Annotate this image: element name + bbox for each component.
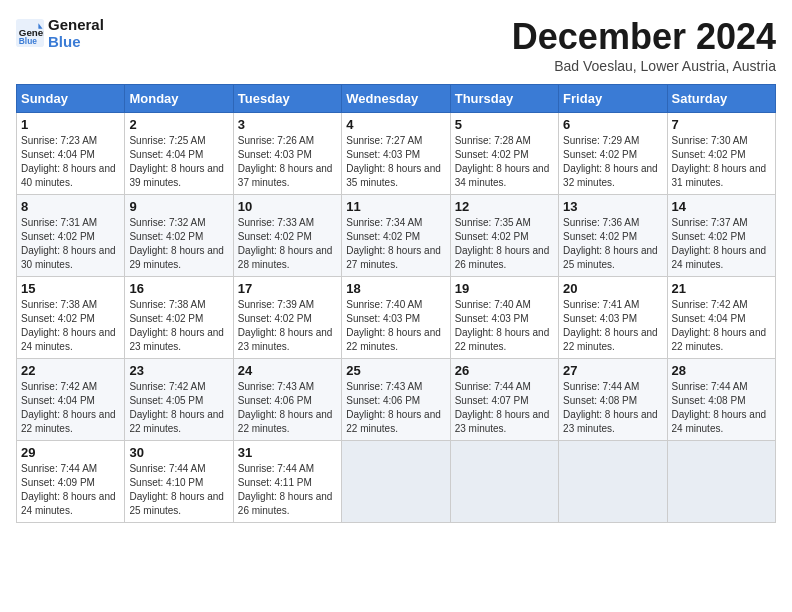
day-detail: Sunrise: 7:44 AMSunset: 4:10 PMDaylight:… <box>129 462 228 518</box>
day-detail: Sunrise: 7:32 AMSunset: 4:02 PMDaylight:… <box>129 216 228 272</box>
day-cell-5: 5Sunrise: 7:28 AMSunset: 4:02 PMDaylight… <box>450 113 558 195</box>
day-detail: Sunrise: 7:31 AMSunset: 4:02 PMDaylight:… <box>21 216 120 272</box>
day-detail: Sunrise: 7:43 AMSunset: 4:06 PMDaylight:… <box>238 380 337 436</box>
day-cell-18: 18Sunrise: 7:40 AMSunset: 4:03 PMDayligh… <box>342 277 450 359</box>
day-number: 17 <box>238 281 337 296</box>
day-number: 11 <box>346 199 445 214</box>
col-thursday: Thursday <box>450 85 558 113</box>
day-detail: Sunrise: 7:33 AMSunset: 4:02 PMDaylight:… <box>238 216 337 272</box>
day-number: 1 <box>21 117 120 132</box>
day-cell-31: 31Sunrise: 7:44 AMSunset: 4:11 PMDayligh… <box>233 441 341 523</box>
day-number: 2 <box>129 117 228 132</box>
day-detail: Sunrise: 7:34 AMSunset: 4:02 PMDaylight:… <box>346 216 445 272</box>
day-detail: Sunrise: 7:30 AMSunset: 4:02 PMDaylight:… <box>672 134 771 190</box>
col-monday: Monday <box>125 85 233 113</box>
day-number: 14 <box>672 199 771 214</box>
day-number: 5 <box>455 117 554 132</box>
day-number: 28 <box>672 363 771 378</box>
day-cell-28: 28Sunrise: 7:44 AMSunset: 4:08 PMDayligh… <box>667 359 775 441</box>
day-cell-13: 13Sunrise: 7:36 AMSunset: 4:02 PMDayligh… <box>559 195 667 277</box>
day-detail: Sunrise: 7:36 AMSunset: 4:02 PMDaylight:… <box>563 216 662 272</box>
day-cell-10: 10Sunrise: 7:33 AMSunset: 4:02 PMDayligh… <box>233 195 341 277</box>
day-detail: Sunrise: 7:23 AMSunset: 4:04 PMDaylight:… <box>21 134 120 190</box>
calendar-row-1: 1Sunrise: 7:23 AMSunset: 4:04 PMDaylight… <box>17 113 776 195</box>
day-cell-21: 21Sunrise: 7:42 AMSunset: 4:04 PMDayligh… <box>667 277 775 359</box>
day-cell-20: 20Sunrise: 7:41 AMSunset: 4:03 PMDayligh… <box>559 277 667 359</box>
day-number: 22 <box>21 363 120 378</box>
day-number: 27 <box>563 363 662 378</box>
day-detail: Sunrise: 7:42 AMSunset: 4:04 PMDaylight:… <box>672 298 771 354</box>
day-detail: Sunrise: 7:39 AMSunset: 4:02 PMDaylight:… <box>238 298 337 354</box>
logo: General Blue General Blue <box>16 16 104 50</box>
day-cell-4: 4Sunrise: 7:27 AMSunset: 4:03 PMDaylight… <box>342 113 450 195</box>
day-detail: Sunrise: 7:43 AMSunset: 4:06 PMDaylight:… <box>346 380 445 436</box>
logo-line2: Blue <box>48 33 104 50</box>
day-detail: Sunrise: 7:27 AMSunset: 4:03 PMDaylight:… <box>346 134 445 190</box>
day-number: 19 <box>455 281 554 296</box>
calendar-table: Sunday Monday Tuesday Wednesday Thursday… <box>16 84 776 523</box>
day-cell-24: 24Sunrise: 7:43 AMSunset: 4:06 PMDayligh… <box>233 359 341 441</box>
day-detail: Sunrise: 7:41 AMSunset: 4:03 PMDaylight:… <box>563 298 662 354</box>
day-cell-22: 22Sunrise: 7:42 AMSunset: 4:04 PMDayligh… <box>17 359 125 441</box>
day-detail: Sunrise: 7:40 AMSunset: 4:03 PMDaylight:… <box>455 298 554 354</box>
day-detail: Sunrise: 7:38 AMSunset: 4:02 PMDaylight:… <box>21 298 120 354</box>
page-header: General Blue General Blue December 2024 … <box>16 16 776 74</box>
calendar-row-2: 8Sunrise: 7:31 AMSunset: 4:02 PMDaylight… <box>17 195 776 277</box>
day-number: 7 <box>672 117 771 132</box>
day-number: 4 <box>346 117 445 132</box>
col-sunday: Sunday <box>17 85 125 113</box>
day-cell-7: 7Sunrise: 7:30 AMSunset: 4:02 PMDaylight… <box>667 113 775 195</box>
day-number: 18 <box>346 281 445 296</box>
day-cell-19: 19Sunrise: 7:40 AMSunset: 4:03 PMDayligh… <box>450 277 558 359</box>
day-number: 24 <box>238 363 337 378</box>
title-block: December 2024 Bad Voeslau, Lower Austria… <box>512 16 776 74</box>
day-cell-27: 27Sunrise: 7:44 AMSunset: 4:08 PMDayligh… <box>559 359 667 441</box>
empty-cell <box>667 441 775 523</box>
empty-cell <box>559 441 667 523</box>
day-cell-2: 2Sunrise: 7:25 AMSunset: 4:04 PMDaylight… <box>125 113 233 195</box>
day-cell-26: 26Sunrise: 7:44 AMSunset: 4:07 PMDayligh… <box>450 359 558 441</box>
empty-cell <box>450 441 558 523</box>
location-subtitle: Bad Voeslau, Lower Austria, Austria <box>512 58 776 74</box>
day-cell-14: 14Sunrise: 7:37 AMSunset: 4:02 PMDayligh… <box>667 195 775 277</box>
day-number: 20 <box>563 281 662 296</box>
day-cell-11: 11Sunrise: 7:34 AMSunset: 4:02 PMDayligh… <box>342 195 450 277</box>
day-cell-9: 9Sunrise: 7:32 AMSunset: 4:02 PMDaylight… <box>125 195 233 277</box>
day-number: 25 <box>346 363 445 378</box>
day-cell-16: 16Sunrise: 7:38 AMSunset: 4:02 PMDayligh… <box>125 277 233 359</box>
day-detail: Sunrise: 7:42 AMSunset: 4:04 PMDaylight:… <box>21 380 120 436</box>
day-number: 3 <box>238 117 337 132</box>
day-cell-3: 3Sunrise: 7:26 AMSunset: 4:03 PMDaylight… <box>233 113 341 195</box>
calendar-header-row: Sunday Monday Tuesday Wednesday Thursday… <box>17 85 776 113</box>
day-number: 30 <box>129 445 228 460</box>
day-cell-23: 23Sunrise: 7:42 AMSunset: 4:05 PMDayligh… <box>125 359 233 441</box>
day-number: 10 <box>238 199 337 214</box>
day-cell-8: 8Sunrise: 7:31 AMSunset: 4:02 PMDaylight… <box>17 195 125 277</box>
day-detail: Sunrise: 7:37 AMSunset: 4:02 PMDaylight:… <box>672 216 771 272</box>
calendar-row-5: 29Sunrise: 7:44 AMSunset: 4:09 PMDayligh… <box>17 441 776 523</box>
calendar-row-4: 22Sunrise: 7:42 AMSunset: 4:04 PMDayligh… <box>17 359 776 441</box>
col-friday: Friday <box>559 85 667 113</box>
day-detail: Sunrise: 7:44 AMSunset: 4:11 PMDaylight:… <box>238 462 337 518</box>
day-cell-29: 29Sunrise: 7:44 AMSunset: 4:09 PMDayligh… <box>17 441 125 523</box>
day-detail: Sunrise: 7:44 AMSunset: 4:09 PMDaylight:… <box>21 462 120 518</box>
calendar-row-3: 15Sunrise: 7:38 AMSunset: 4:02 PMDayligh… <box>17 277 776 359</box>
day-number: 6 <box>563 117 662 132</box>
day-detail: Sunrise: 7:44 AMSunset: 4:07 PMDaylight:… <box>455 380 554 436</box>
day-number: 16 <box>129 281 228 296</box>
month-title: December 2024 <box>512 16 776 58</box>
day-cell-1: 1Sunrise: 7:23 AMSunset: 4:04 PMDaylight… <box>17 113 125 195</box>
day-cell-15: 15Sunrise: 7:38 AMSunset: 4:02 PMDayligh… <box>17 277 125 359</box>
day-detail: Sunrise: 7:26 AMSunset: 4:03 PMDaylight:… <box>238 134 337 190</box>
day-number: 13 <box>563 199 662 214</box>
col-saturday: Saturday <box>667 85 775 113</box>
day-detail: Sunrise: 7:25 AMSunset: 4:04 PMDaylight:… <box>129 134 228 190</box>
day-number: 21 <box>672 281 771 296</box>
day-detail: Sunrise: 7:44 AMSunset: 4:08 PMDaylight:… <box>563 380 662 436</box>
day-number: 15 <box>21 281 120 296</box>
day-number: 8 <box>21 199 120 214</box>
day-detail: Sunrise: 7:42 AMSunset: 4:05 PMDaylight:… <box>129 380 228 436</box>
day-detail: Sunrise: 7:29 AMSunset: 4:02 PMDaylight:… <box>563 134 662 190</box>
day-detail: Sunrise: 7:35 AMSunset: 4:02 PMDaylight:… <box>455 216 554 272</box>
day-cell-30: 30Sunrise: 7:44 AMSunset: 4:10 PMDayligh… <box>125 441 233 523</box>
